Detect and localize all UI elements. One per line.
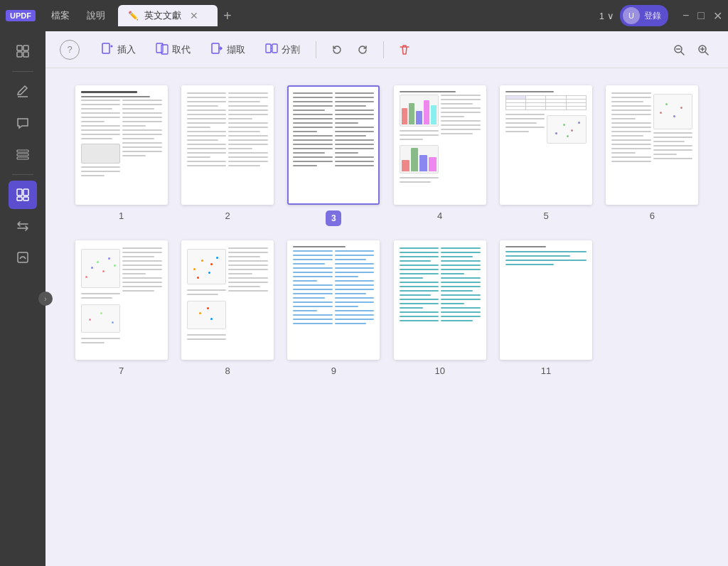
list-icon [16,147,30,161]
convert-icon [16,219,30,233]
close-button[interactable]: ✕ [713,9,722,23]
title-bar: UPDF 檔案 說明 ✏️ 英文文獻 ✕ + 1 ∨ U 登錄 − □ ✕ [0,0,728,31]
page-item-3[interactable]: 3 [287,85,381,226]
page-thumb-4[interactable] [394,85,486,205]
page-thumb-3[interactable] [287,85,380,205]
menu-file[interactable]: 檔案 [44,6,77,25]
page-num-10: 10 [434,365,444,376]
window-controls: − □ ✕ [682,9,722,23]
page-grid: 1 [74,85,700,376]
delete-button[interactable] [392,38,417,62]
rotate-left-icon [331,43,343,56]
help-button[interactable]: ? [60,40,80,60]
toolbar-separator-2 [383,41,384,58]
menu-bar: 檔案 說明 [44,6,112,25]
sidebar-item-list[interactable] [9,140,37,169]
page-item-6[interactable]: 6 [605,85,700,226]
rotate-left-button[interactable] [325,38,349,62]
page-item-9[interactable]: 9 [287,240,381,376]
tab-area: ✏️ 英文文獻 ✕ + [118,5,594,26]
svg-rect-9 [17,197,22,201]
svg-rect-1 [23,46,28,50]
page-thumb-8[interactable] [181,240,274,360]
register-button[interactable]: U 登錄 [620,5,668,26]
svg-rect-12 [102,43,109,53]
svg-rect-7 [17,189,22,196]
maximize-button[interactable]: □ [697,9,705,22]
sidebar-item-organize[interactable] [9,181,37,209]
rotate-right-button[interactable] [350,38,375,62]
tab-close-button[interactable]: ✕ [190,10,198,21]
extract-button[interactable]: 擷取 [203,38,252,62]
app-logo: UPDF [6,10,36,21]
thumbnail-icon [16,44,30,58]
tab-edit-icon: ✏️ [128,11,139,21]
page-item-1[interactable]: 1 [74,85,168,226]
svg-rect-17 [272,44,277,53]
replace-icon [156,42,168,58]
page-item-2[interactable]: 2 [180,85,274,226]
sidebar-item-comment[interactable] [9,109,37,137]
page-thumb-9[interactable] [287,240,380,360]
left-sidebar: › [0,31,46,566]
content-area: ? 插入 取代 [46,31,728,566]
page-item-5[interactable]: 5 [498,85,593,226]
page-num-2: 2 [225,210,230,221]
zoom-in-icon [697,43,710,56]
minimize-button[interactable]: − [682,9,689,22]
zoom-controls [668,39,714,60]
extract-icon [210,42,223,58]
svg-rect-15 [212,43,219,53]
new-tab-button[interactable]: + [218,8,237,24]
split-icon [265,42,278,58]
zoom-out-icon [673,43,685,56]
page-action-group [325,38,375,62]
page-item-7[interactable]: 7 [74,240,168,376]
zoom-out-button[interactable] [668,39,690,60]
sign-icon [16,250,30,265]
page-num-7: 7 [119,365,124,376]
page-item-8[interactable]: 8 [180,240,274,376]
svg-rect-5 [17,154,28,156]
zoom-in-button[interactable] [692,39,714,60]
rotate-right-icon [356,43,369,56]
page-item-11[interactable]: 11 [498,240,593,376]
page-item-10[interactable]: 10 [392,240,487,376]
menu-help[interactable]: 說明 [80,6,112,25]
page-num-6: 6 [650,210,655,221]
insert-button[interactable]: 插入 [94,38,143,62]
page-thumb-2[interactable] [181,85,274,205]
sidebar-item-sign[interactable] [9,243,37,272]
toolbar-separator-1 [316,41,316,58]
sidebar-item-thumbnail[interactable] [9,37,37,65]
avatar: U [623,7,640,24]
toolbar: ? 插入 取代 [46,31,728,68]
page-thumb-11[interactable] [500,240,592,360]
comment-icon [16,116,30,130]
svg-rect-3 [23,52,28,57]
page-thumb-6[interactable] [606,85,698,205]
page-thumb-1[interactable] [75,85,168,205]
page-item-4[interactable]: 4 [392,85,487,226]
svg-rect-8 [23,189,28,196]
svg-rect-11 [18,252,28,262]
svg-rect-4 [17,150,28,152]
page-thumb-7[interactable] [75,240,168,360]
split-button[interactable]: 分割 [258,38,307,62]
organize-icon [16,188,30,202]
page-num-8: 8 [225,365,230,376]
register-label: 登錄 [644,10,661,22]
sidebar-collapse-button[interactable]: › [38,292,53,306]
svg-rect-10 [23,197,28,201]
svg-rect-6 [17,157,28,159]
svg-rect-16 [266,44,271,53]
sidebar-item-edit[interactable] [9,78,37,106]
page-num-5: 5 [543,210,548,221]
page-thumb-5[interactable] [500,85,592,205]
tab-active[interactable]: ✏️ 英文文獻 ✕ [118,5,218,26]
replace-button[interactable]: 取代 [149,38,198,62]
page-num-11: 11 [541,365,551,376]
edit-icon [16,85,30,99]
page-thumb-10[interactable] [394,240,486,360]
sidebar-item-convert[interactable] [9,212,37,240]
